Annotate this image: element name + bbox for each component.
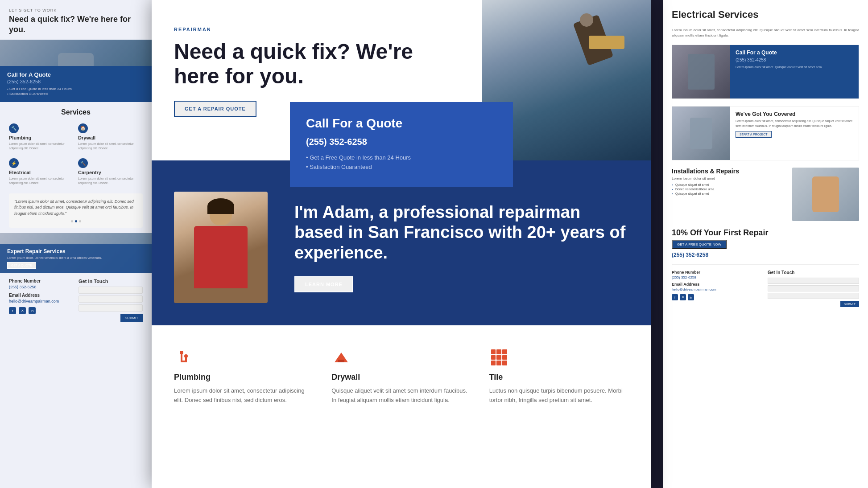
rp-offer-phone: (255) 352-6258 [672,252,859,258]
rp-covered-desc: Lorem ipsum dolor sit amet, consectetur … [736,119,853,128]
lp-service-desc-carpentry: Lorem ipsum dolor sit amet, consectetur … [78,176,143,185]
lp-cta-item-1: • Get a Free Quote in less than 24 Hours [7,87,145,91]
plumbing-icon: 🔧 [9,123,19,133]
lp-service-desc-drywall: Lorem ipsum dolor sit amet, consectetur … [78,142,143,151]
lp-services-grid: 🔧 Plumbing Lorem ipsum dolor sit amet, c… [9,122,143,187]
right-panel: Electrical Services Lorem ipsum dolor si… [663,0,868,488]
mp-bio-title: I'm Adam, a professional repairman based… [294,202,629,263]
tile-cell-1 [491,349,496,354]
mp-label: REPAIRMAN [174,27,459,32]
pf-head [210,201,232,225]
lp-expert-title: Expert Repair Services [7,248,145,254]
rp-bc-submit[interactable]: SUBMIT [840,301,859,307]
lp-phone-label: Phone Number [9,279,73,283]
rp-worker-visual [688,54,715,90]
mp-service-card-plumbing: Plumbing Lorem ipsum dolor sit amet, con… [174,348,314,405]
rp-inst-section: Installations & Repairs Lorem ipsum dolo… [672,168,859,221]
rp-bc-form-title: Get In Touch [768,270,859,275]
main-panel: REPAIRMAN Need a quick fix? We're here f… [152,0,651,488]
rp-bc-phone: (255) 352-6258 [672,275,763,279]
tape-visual [589,36,624,49]
rp-card-quote-img [672,45,730,98]
lp-dot-1[interactable] [71,220,73,222]
lp-input-name[interactable] [79,287,143,294]
rp-bc-input-name[interactable] [768,278,859,284]
rp-call-quote-title: Call For a Quote [736,49,853,56]
rp-card-quote-content: Call For a Quote (255) 352-4258 Lorem ip… [730,45,859,98]
lp-social: f ✕ in [9,307,73,314]
tile-cell-6 [502,355,507,360]
rp-tools-visual [690,118,712,149]
rp-bc-left: Phone Number (255) 352-6258 Email Addres… [672,270,763,307]
installer-visual [812,176,839,212]
svg-point-0 [180,351,183,354]
facebook-icon[interactable]: f [9,307,16,314]
rp-inst-title: Installations & Repairs [672,168,787,175]
rp-card-covered-img-inner [672,107,730,160]
lp-carousel-dots [14,220,137,222]
lp-hero-overlay: Call for A Quote (255) 352-6258 • Get a … [0,66,152,102]
tile-cell-7 [491,361,496,365]
mp-title: Need a quick fix? We're here for you. [174,39,459,88]
lp-label: LET'S GET TO WORK [9,8,143,12]
lp-cta-items: • Get a Free Quote in less than 24 Hours… [7,87,145,96]
rp-bc-social: f ✕ in [672,294,763,300]
lp-expert-btn[interactable]: GET A QUOTE [7,262,36,269]
rp-card-quote-inner: Call For a Quote (255) 352-4258 Lorem ip… [672,45,859,98]
lp-service-name-electrical: Electrical [9,170,74,175]
lp-get-in-touch: Get In Touch SUBMIT [79,279,143,322]
lp-expert-desc: Lorem ipsum dolor. Donec venenatis liber… [7,256,145,260]
lp-input-message[interactable] [79,304,143,312]
mp-services-grid: Plumbing Lorem ipsum dolor sit amet, con… [174,348,629,405]
rp-offer-btn[interactable]: GET A FREE QUOTE NOW [672,240,727,249]
lp-expert-overlay: Expert Repair Services Lorem ipsum dolor… [0,244,152,274]
lp-service-carpentry: 🔨 Carpentry Lorem ipsum dolor sit amet, … [78,156,143,187]
rp-covered-title: We've Got You Covered [736,111,853,117]
lp-hero: Call for A Quote (255) 352-6258 • Get a … [0,40,152,102]
svg-rect-5 [338,360,344,362]
lp-dot-2[interactable] [75,220,77,222]
mp-learn-btn[interactable]: LEARN MORE [294,276,353,292]
mp-cta-btn[interactable]: GET A REPAIR QUOTE [174,101,256,117]
mp-quote-title: Call For a Quote [306,116,497,131]
lp-service-desc-electrical: Lorem ipsum dolor sit amet, consectetur … [9,176,74,185]
lp-submit-btn[interactable]: SUBMIT [120,314,143,322]
lp-header: LET'S GET TO WORK Need a quick fix? We'r… [0,0,152,35]
lp-service-name-drywall: Drywall [78,135,143,140]
mp-service-card-tile: Tile Luctus non quisque turpis bibendum … [489,348,629,405]
person-figure [190,201,252,303]
mp-plumbing-icon [174,348,194,367]
rp-inst-img [792,168,859,221]
rp-inst-left: Installations & Repairs Lorem ipsum dolo… [672,168,787,221]
pf-body [194,226,248,288]
lp-cta-title: Call for A Quote [7,71,145,78]
rp-offer-title: 10% Off Your First Repair [672,228,859,238]
rp-bottom-contact: Phone Number (255) 352-6258 Email Addres… [672,264,859,307]
lp-dot-3[interactable] [79,220,81,222]
mp-service-name-plumbing: Plumbing [174,373,314,382]
rp-card-quote-img-inner [672,45,730,98]
lp-email-label: Email Address [9,293,73,298]
lp-expert-section: Expert Repair Services Lorem ipsum dolor… [0,233,152,273]
rp-offer: 10% Off Your First Repair GET A FREE QUO… [672,228,859,258]
rp-bc-input-message[interactable] [768,293,859,299]
pf-hair [207,198,234,214]
rp-covered-btn[interactable]: START A PROJECT [736,131,772,138]
rp-bc-input-email[interactable] [768,285,859,291]
linkedin-icon[interactable]: in [29,307,36,314]
mp-tile-icon [489,348,509,367]
rp-twitter-icon[interactable]: ✕ [680,294,686,300]
lp-contact-row: Phone Number (255) 352-6258 Email Addres… [9,279,143,322]
lp-services: Services 🔧 Plumbing Lorem ipsum dolor si… [0,102,152,193]
tile-grid-visual [491,349,507,365]
rp-facebook-icon[interactable]: f [672,294,678,300]
tile-cell-5 [496,355,501,360]
twitter-icon[interactable]: ✕ [19,307,26,314]
rp-inst-subtitle: Lorem ipsum dolor sit amet [672,176,787,180]
rp-inst-item-3: Quisque aliquet sit amet [672,192,787,195]
lp-service-plumbing: 🔧 Plumbing Lorem ipsum dolor sit amet, c… [9,122,74,152]
rp-linkedin-icon[interactable]: in [688,294,694,300]
mp-quote-phone: (255) 352-6258 [306,137,497,147]
lp-input-email[interactable] [79,295,143,303]
mp-bio-text: I'm Adam, a professional repairman based… [294,202,629,293]
